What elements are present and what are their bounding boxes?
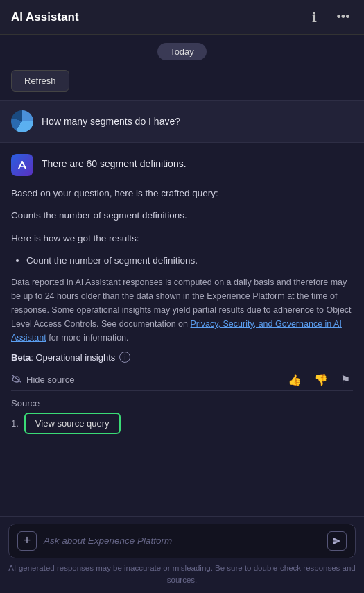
eye-slash-icon xyxy=(11,374,22,386)
input-area: + Ask about Experience Platform AI-gener… xyxy=(0,516,364,594)
info-button[interactable]: ℹ xyxy=(304,8,324,27)
results-intro: Here is how we got the results: xyxy=(11,231,353,246)
app-header: AI Assistant ℹ ••• xyxy=(0,0,364,35)
source-row: Hide source 👍 👎 ⚑ xyxy=(11,366,353,391)
date-badge: Today xyxy=(157,43,207,60)
app-title: AI Assistant xyxy=(11,10,79,24)
disclaimer-text: Data reported in AI Assistant responses … xyxy=(11,275,353,345)
more-options-button[interactable]: ••• xyxy=(333,8,353,27)
crafted-query-intro: Based on your question, here is the craf… xyxy=(11,186,353,201)
thumbs-down-button[interactable]: 👎 xyxy=(311,372,331,388)
source-number: 1. xyxy=(11,418,19,429)
add-button[interactable]: + xyxy=(17,531,37,551)
info-icon: ℹ xyxy=(312,10,317,25)
date-bar: Today xyxy=(0,35,364,66)
beta-label: Beta: Operational insights xyxy=(11,352,115,363)
header-actions: ℹ ••• xyxy=(304,8,353,27)
refresh-bar: Refresh xyxy=(0,66,364,100)
thumbs-up-icon: 👍 xyxy=(288,374,302,386)
plus-icon: + xyxy=(24,533,31,548)
view-source-button[interactable]: View source query xyxy=(24,413,121,434)
flag-button[interactable]: ⚑ xyxy=(338,372,353,388)
send-button[interactable] xyxy=(327,531,347,551)
disclaimer-after-link: for more information. xyxy=(46,333,129,343)
ai-response: There are 60 segment definitions. Based … xyxy=(0,143,364,442)
bottom-spacer xyxy=(0,442,364,519)
ai-response-header: There are 60 segment definitions. xyxy=(11,154,353,176)
source-label: Source xyxy=(11,398,353,409)
flag-icon: ⚑ xyxy=(340,374,350,386)
more-icon: ••• xyxy=(337,10,350,24)
thumbs-down-icon: 👎 xyxy=(314,374,328,386)
footer-disclaimer: AI-generated responses may be inaccurate… xyxy=(8,562,356,591)
hide-source-label: Hide source xyxy=(26,375,74,385)
hide-source-button[interactable]: Hide source xyxy=(11,374,74,386)
user-message-text: How many segments do I have? xyxy=(42,116,180,127)
ai-body: Based on your question, here is the craf… xyxy=(11,186,353,268)
thumbs-up-button[interactable]: 👍 xyxy=(285,372,304,388)
beta-info-icon[interactable]: i xyxy=(119,352,130,363)
beta-row: Beta: Operational insights i xyxy=(11,352,353,363)
input-box: + Ask about Experience Platform xyxy=(8,524,356,558)
refresh-button[interactable]: Refresh xyxy=(11,70,69,92)
ai-avatar xyxy=(11,154,33,176)
results-list: Count the number of segment definitions. xyxy=(11,253,353,268)
source-section: Source 1. View source query xyxy=(11,398,353,434)
user-message: How many segments do I have? xyxy=(0,101,364,143)
result-item-1: Count the number of segment definitions. xyxy=(26,253,353,268)
input-placeholder: Ask about Experience Platform xyxy=(44,535,327,546)
counts-line: Counts the number of segment definitions… xyxy=(11,208,353,223)
feedback-icons: 👍 👎 ⚑ xyxy=(285,372,353,388)
avatar xyxy=(11,110,33,132)
ai-main-answer: There are 60 segment definitions. xyxy=(42,154,187,169)
